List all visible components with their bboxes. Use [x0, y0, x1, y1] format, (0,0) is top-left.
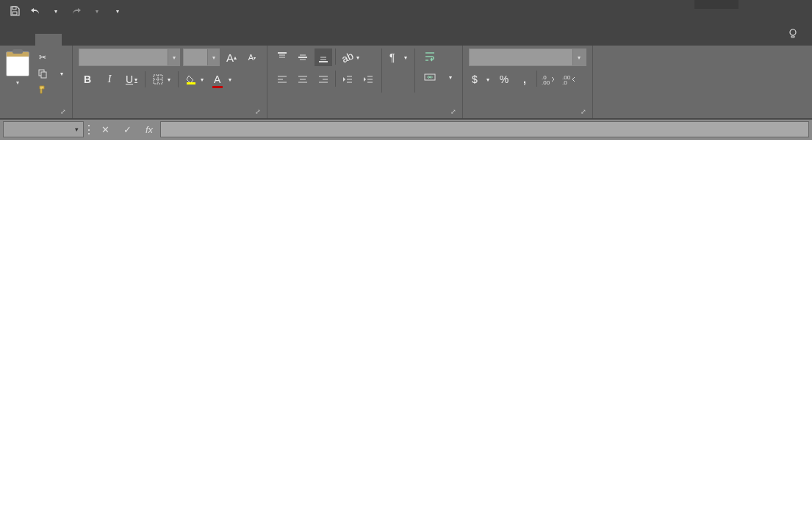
tab-table-design[interactable]: [300, 34, 326, 46]
group-label-alignment: [273, 114, 456, 117]
undo-button[interactable]: [28, 4, 43, 18]
ribbon: ▾ ✂ ▾ ⤢ ▾ ▾ A▴ A▾ B I: [0, 46, 812, 119]
group-alignment: ab▾ ¶▾ ▾ ⤢: [267, 46, 463, 118]
decrease-font-button[interactable]: A▾: [243, 48, 261, 66]
scissors-icon: ✂: [37, 51, 48, 63]
format-painter-button[interactable]: [34, 82, 66, 97]
tell-me[interactable]: [780, 22, 812, 46]
tab-developer[interactable]: [220, 34, 247, 46]
svg-rect-8: [187, 82, 195, 84]
font-name-combo[interactable]: ▾: [79, 48, 180, 66]
tab-page-layout[interactable]: [88, 34, 115, 46]
formula-input[interactable]: [160, 121, 809, 137]
cut-button[interactable]: ✂: [34, 50, 66, 65]
enter-formula-button[interactable]: ✓: [116, 121, 138, 137]
font-size-input[interactable]: [184, 49, 207, 65]
clipboard-launcher[interactable]: ⤢: [60, 108, 69, 117]
paste-dropdown[interactable]: ▾: [16, 79, 19, 86]
italic-button[interactable]: I: [101, 71, 118, 88]
formula-bar: ▾ ⋮ ✕ ✓ fx: [0, 119, 812, 140]
chevron-down-icon[interactable]: ▾: [168, 49, 179, 65]
align-right-button[interactable]: [315, 71, 332, 88]
increase-font-button[interactable]: A▴: [223, 48, 240, 66]
svg-text:.00: .00: [542, 79, 550, 84]
rtl-button[interactable]: ¶▾: [387, 48, 410, 66]
increase-indent-button[interactable]: [359, 71, 377, 88]
tab-view[interactable]: [194, 34, 220, 46]
underline-button[interactable]: U▾: [123, 71, 140, 88]
svg-point-2: [790, 29, 796, 35]
align-left-button[interactable]: [273, 71, 291, 88]
fx-button[interactable]: fx: [138, 121, 160, 137]
clipboard-icon: [6, 51, 29, 76]
font-launcher[interactable]: ⤢: [255, 108, 264, 117]
group-cells-truncated: [593, 46, 599, 118]
save-icon[interactable]: [7, 4, 22, 18]
number-launcher[interactable]: ⤢: [581, 108, 589, 117]
context-tab-label: [694, 0, 739, 9]
alignment-launcher[interactable]: ⤢: [450, 108, 459, 117]
percent-button[interactable]: %: [495, 71, 513, 88]
merge-center-button[interactable]: ▾: [420, 69, 456, 85]
qat-customize[interactable]: ▾: [110, 4, 125, 18]
group-label-font: [79, 114, 261, 117]
paste-button[interactable]: ▾: [6, 48, 29, 86]
paintbrush-icon: [37, 84, 48, 96]
lightbulb-icon: [787, 28, 799, 40]
cancel-formula-button[interactable]: ✕: [94, 121, 116, 137]
wrap-text-button[interactable]: [420, 48, 456, 65]
accounting-format-button[interactable]: $▾: [469, 71, 492, 88]
align-bottom-button[interactable]: [315, 48, 332, 66]
align-top-button[interactable]: [273, 48, 291, 66]
undo-dropdown[interactable]: ▾: [48, 4, 63, 18]
comma-button[interactable]: ,: [516, 71, 533, 88]
chevron-down-icon[interactable]: ▾: [572, 49, 584, 65]
svg-rect-0: [12, 7, 16, 10]
fill-color-button[interactable]: ▾: [183, 71, 206, 88]
grip-icon[interactable]: ⋮: [84, 123, 94, 137]
quick-access-toolbar: ▾ ▾ ▾: [0, 4, 125, 18]
font-name-input[interactable]: [79, 49, 168, 65]
redo-dropdown[interactable]: ▾: [90, 4, 104, 18]
tab-file[interactable]: [9, 34, 35, 46]
bold-button[interactable]: B: [79, 71, 96, 88]
number-format-combo[interactable]: ▾: [469, 48, 586, 66]
increase-decimal-button[interactable]: .0.00: [540, 71, 558, 88]
number-format-input[interactable]: [470, 49, 572, 65]
group-label-number: [469, 114, 586, 117]
font-size-combo[interactable]: ▾: [183, 48, 220, 66]
group-clipboard: ▾ ✂ ▾ ⤢: [0, 46, 73, 118]
merge-icon: [424, 71, 436, 83]
borders-button[interactable]: ▾: [150, 71, 173, 88]
chevron-down-icon[interactable]: ▾: [75, 126, 79, 133]
chevron-down-icon[interactable]: ▾: [207, 49, 219, 65]
tab-wps-pdf[interactable]: [273, 34, 300, 46]
decrease-indent-button[interactable]: [339, 71, 356, 88]
copy-button[interactable]: ▾: [34, 66, 66, 81]
font-color-button[interactable]: A▾: [211, 71, 234, 88]
svg-rect-4: [41, 72, 46, 78]
tab-review[interactable]: [168, 34, 194, 46]
tab-formulas[interactable]: [115, 34, 141, 46]
tab-data[interactable]: [141, 34, 168, 46]
group-number: ▾ $▾ % , .0.00 .00.0 ⤢: [463, 46, 593, 118]
tab-insert[interactable]: [62, 34, 88, 46]
svg-text:.0: .0: [562, 79, 567, 84]
group-label-clipboard: [6, 114, 66, 117]
redo-button[interactable]: [69, 4, 84, 18]
svg-rect-1: [12, 12, 17, 15]
ribbon-tabs: [0, 22, 812, 46]
wrap-icon: [424, 51, 436, 62]
tab-help[interactable]: [247, 34, 273, 46]
decrease-decimal-button[interactable]: .00.0: [561, 71, 578, 88]
align-middle-button[interactable]: [294, 48, 312, 66]
align-center-button[interactable]: [294, 71, 312, 88]
name-box[interactable]: ▾: [3, 121, 84, 137]
title-bar: ▾ ▾ ▾: [0, 0, 812, 22]
orientation-button[interactable]: ab▾: [339, 48, 362, 66]
tab-home[interactable]: [35, 34, 62, 46]
copy-icon: [37, 68, 48, 79]
group-font: ▾ ▾ A▴ A▾ B I U▾ ▾ ▾ A▾ ⤢: [73, 46, 267, 118]
